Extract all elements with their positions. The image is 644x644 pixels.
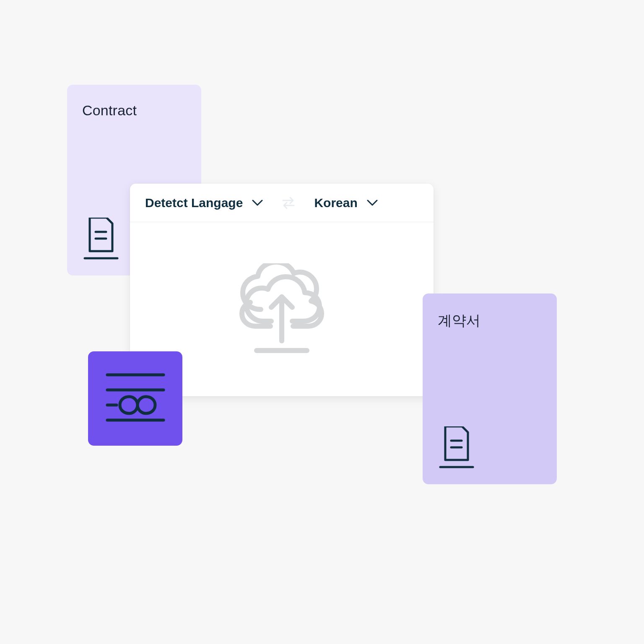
- target-language-label: Korean: [314, 196, 357, 210]
- source-language-label: Detetct Langage: [145, 196, 243, 210]
- source-language-selector[interactable]: Detetct Langage: [145, 196, 263, 210]
- translator-header: Detetct Langage Korean: [130, 184, 434, 222]
- target-document-card: 계약서: [423, 293, 557, 484]
- document-icon: [82, 218, 120, 260]
- document-icon: [438, 426, 475, 468]
- text-summarize-icon: [104, 371, 167, 426]
- swap-languages-icon[interactable]: [281, 196, 296, 210]
- chevron-down-icon: [252, 200, 263, 206]
- target-document-title: 계약서: [438, 311, 542, 330]
- source-document-title: Contract: [82, 102, 186, 119]
- summarize-card[interactable]: [88, 351, 182, 446]
- chevron-down-icon: [367, 200, 378, 206]
- target-language-selector[interactable]: Korean: [314, 196, 377, 210]
- cloud-upload-icon: [234, 263, 330, 356]
